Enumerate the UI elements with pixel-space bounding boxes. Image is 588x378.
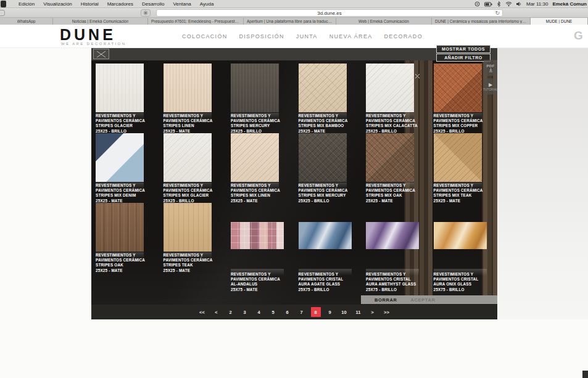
site-header: DUNE WE ARE DECORATION COLOCACIÓNDISPOSI… xyxy=(0,25,588,48)
menu-ventana[interactable]: Ventana xyxy=(173,1,191,7)
tile-cell-stripes-mix-bamboo[interactable]: REVESTIMIENTOS Y PAVIMENTOS CERÁMICASTRI… xyxy=(299,64,366,133)
tab-web-emeka-comunicacion[interactable]: Web | Emeká Comunicación xyxy=(336,18,432,25)
page-prev[interactable]: < xyxy=(212,307,222,317)
corner-widget[interactable] xyxy=(582,371,588,378)
volume-icon[interactable] xyxy=(516,1,522,7)
nav-disposicion[interactable]: DISPOSICIÓN xyxy=(239,33,284,39)
tab-whatsapp[interactable]: WhatsApp xyxy=(0,18,53,25)
reload-icon[interactable]: ↻ xyxy=(495,10,500,17)
menu-clock[interactable]: Mar 11:30 xyxy=(526,1,548,7)
tile-label: REVESTIMIENTOS Y PAVIMENTOS CERÁMICASTRI… xyxy=(434,113,497,134)
tab-apertium-una-plataforma-libre-para-la-tr[interactable]: Apertium | Una plataforma libre para la … xyxy=(244,18,336,25)
screen: EdiciónVisualizaciónHistorialMarcadoresD… xyxy=(0,0,588,378)
menu-visualizacion[interactable]: Visualización xyxy=(43,1,72,7)
tile-label: REVESTIMIENTOS Y PAVIMENTOS CERÁMICASTRI… xyxy=(299,113,362,134)
tile-swatch-stripes-mix-copper[interactable] xyxy=(434,64,482,112)
menu-ayuda[interactable]: Ayuda xyxy=(200,1,214,7)
tile-swatch-aura-agate-glass[interactable] xyxy=(299,222,352,249)
tile-swatch-stripes-mercury[interactable] xyxy=(231,64,279,112)
page-2[interactable]: 2 xyxy=(226,307,236,317)
pdf-download-button[interactable]: PDF xyxy=(484,60,497,76)
tile-swatch-stripes-mix-linen[interactable] xyxy=(231,133,279,182)
page-10[interactable]: 10 xyxy=(339,307,349,317)
tile-cell-stripes-mix-denim[interactable]: REVESTIMIENTOS Y PAVIMENTOS CERÁMICASTRI… xyxy=(96,133,164,203)
tile-swatch-stripes-teak[interactable] xyxy=(164,203,212,252)
tab-presupuesto-7601-emecklesing-presupuesto[interactable]: Presupuesto #7601: Emecklesing - Presupu… xyxy=(148,18,244,25)
battery-icon[interactable] xyxy=(484,2,492,7)
tile-cell-stripes-mix-linen[interactable]: REVESTIMIENTOS Y PAVIMENTOS CERÁMICASTRI… xyxy=(231,133,299,203)
tile-format: 25X75 - Brillo xyxy=(434,287,497,292)
nav-colocacion[interactable]: COLOCACIÓN xyxy=(182,33,228,39)
tile-image-wrap xyxy=(299,222,366,271)
tile-swatch-stripes-mix-glacier[interactable] xyxy=(164,133,212,182)
tile-cell-stripes-mix-oak[interactable]: REVESTIMIENTOS Y PAVIMENTOS CERÁMICASTRI… xyxy=(366,133,434,203)
extension-button[interactable] xyxy=(141,9,151,17)
tile-label: REVESTIMIENTOS Y PAVIMENTOS CERÁMICASTRI… xyxy=(299,183,362,203)
page-5[interactable]: 5 xyxy=(268,307,278,317)
tile-swatch-stripes-mix-calacatta[interactable] xyxy=(366,64,414,112)
page-4[interactable]: 4 xyxy=(254,307,264,317)
site-nav: COLOCACIÓNDISPOSICIÓNJUNTANUEVA ÁREADECO… xyxy=(182,33,423,39)
tile-cell-aura-amethyst-glass[interactable]: REVESTIMIENTOS Y PAVIMENTOS CRISTALAURA … xyxy=(366,203,434,273)
tile-swatch-stripes-mix-oak[interactable] xyxy=(366,133,414,182)
tile-cell-stripes-mix-calacatta[interactable]: REVESTIMIENTOS Y PAVIMENTOS CERÁMICASTRI… xyxy=(366,64,434,133)
tile-name: STRIPES MIX COPPER xyxy=(434,123,497,128)
tile-swatch-stripes-linen[interactable] xyxy=(164,64,212,112)
page-8[interactable]: 8 xyxy=(311,307,321,317)
apple-menu-icon[interactable] xyxy=(1,1,6,7)
page-9[interactable]: 9 xyxy=(325,307,335,317)
tutorial-button[interactable]: ▶ TUTORIAL xyxy=(484,78,497,94)
url-field[interactable]: 3d.dune.es ↻ xyxy=(156,9,503,17)
tile-swatch-stripes-mix-mercury[interactable] xyxy=(299,133,347,182)
tile-cell-al-andalus[interactable]: REVESTIMIENTOS Y PAVIMENTOS CERÁMICAAL-A… xyxy=(231,203,299,273)
tile-cell-stripes-mix-teak[interactable]: REVESTIMIENTOS Y PAVIMENTOS CERÁMICASTRI… xyxy=(434,133,502,203)
wifi-icon[interactable] xyxy=(505,1,512,7)
nav-decorado[interactable]: DECORADO xyxy=(384,33,423,39)
overlay-close-button[interactable] xyxy=(93,49,109,59)
dune-logo[interactable]: DUNE xyxy=(60,26,116,44)
tile-cell-aura-onix-glass[interactable]: REVESTIMIENTOS Y PAVIMENTOS CRISTALAURA … xyxy=(434,203,502,273)
tile-category: REVESTIMIENTOS Y PAVIMENTOS CERÁMICA xyxy=(96,113,159,123)
page-3[interactable]: 3 xyxy=(240,307,250,317)
tile-cell-stripes-glacier[interactable]: REVESTIMIENTOS Y PAVIMENTOS CERÁMICASTRI… xyxy=(96,64,164,133)
tile-cell-aura-agate-glass[interactable]: REVESTIMIENTOS Y PAVIMENTOS CRISTALAURA … xyxy=(299,203,366,273)
tab-dune-ceramica-y-mosaicos-para-interioris[interactable]: DUNE | Cerámica y mosaicos para interior… xyxy=(432,18,531,25)
tile-swatch-al-andalus[interactable] xyxy=(231,222,284,249)
menu-marcadores[interactable]: Marcadores xyxy=(107,1,133,7)
bluetooth-icon[interactable] xyxy=(497,1,501,7)
clear-button[interactable]: BORRAR xyxy=(375,297,397,303)
tile-swatch-stripes-mix-bamboo[interactable] xyxy=(299,64,347,112)
menu-desarrollo[interactable]: Desarrollo xyxy=(142,1,164,7)
tile-cell-stripes-oak[interactable]: REVESTIMIENTOS Y PAVIMENTOS CERÁMICASTRI… xyxy=(96,203,164,273)
sidebar-toggle-button[interactable] xyxy=(0,10,5,16)
tile-swatch-aura-amethyst-glass[interactable] xyxy=(366,222,419,249)
tab-mude-dune[interactable]: MUDE | DUNE xyxy=(531,18,588,25)
display-icon[interactable] xyxy=(474,1,480,7)
nav-nueva-area[interactable]: NUEVA ÁREA xyxy=(329,33,373,39)
menu-historial[interactable]: Historial xyxy=(81,1,99,7)
page-last[interactable]: >> xyxy=(382,307,392,317)
tile-swatch-stripes-glacier[interactable] xyxy=(96,64,144,112)
tile-swatch-stripes-mix-teak[interactable] xyxy=(434,133,482,182)
tile-cell-stripes-mix-glacier[interactable]: REVESTIMIENTOS Y PAVIMENTOS CERÁMICASTRI… xyxy=(164,133,231,203)
page-first[interactable]: << xyxy=(197,307,207,317)
page-7[interactable]: 7 xyxy=(297,307,307,317)
tile-swatch-stripes-oak[interactable] xyxy=(96,203,144,252)
show-all-button[interactable]: MOSTRAR TODOS xyxy=(436,45,491,53)
tile-swatch-aura-onix-glass[interactable] xyxy=(434,222,487,249)
page-6[interactable]: 6 xyxy=(283,307,292,317)
nav-junta[interactable]: JUNTA xyxy=(296,33,318,39)
page-next[interactable]: > xyxy=(368,307,378,317)
tile-swatch-stripes-mix-denim[interactable] xyxy=(96,133,144,182)
tile-cell-stripes-mix-mercury[interactable]: REVESTIMIENTOS Y PAVIMENTOS CERÁMICASTRI… xyxy=(299,133,366,203)
tile-cell-stripes-teak[interactable]: REVESTIMIENTOS Y PAVIMENTOS CERÁMICASTRI… xyxy=(164,203,231,273)
tile-cell-stripes-linen[interactable]: REVESTIMIENTOS Y PAVIMENTOS CERÁMICASTRI… xyxy=(164,64,231,133)
tile-cell-stripes-mercury[interactable]: REVESTIMIENTOS Y PAVIMENTOS CERÁMICASTRI… xyxy=(231,64,299,133)
menu-user[interactable]: Emeká Comun xyxy=(552,1,587,7)
accept-button[interactable]: ACEPTAR xyxy=(411,297,436,303)
menu-edicion[interactable]: Edición xyxy=(19,1,35,7)
add-filter-button[interactable]: AÑADIR FILTRO xyxy=(436,54,491,62)
page-11[interactable]: 11 xyxy=(354,307,363,317)
tile-category: REVESTIMIENTOS Y PAVIMENTOS CERÁMICA xyxy=(231,113,294,123)
tab-noticias-emeka-comunicacion[interactable]: Noticias | Emeká Comunicación xyxy=(53,18,148,25)
